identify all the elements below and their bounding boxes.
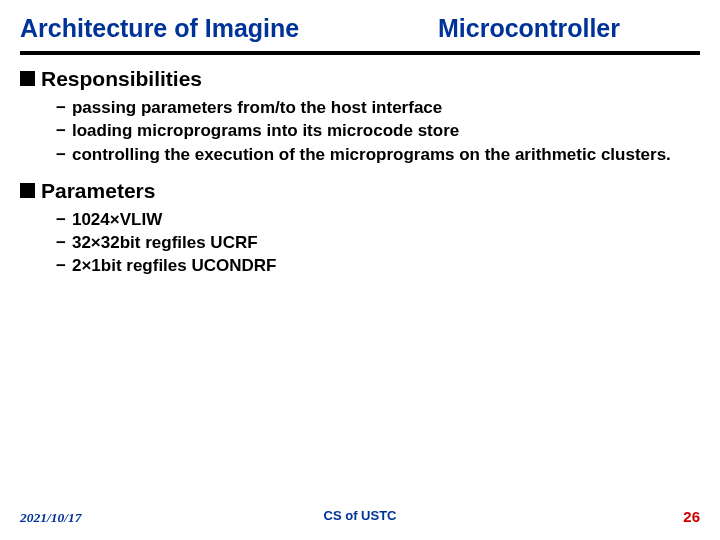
list-item: − 2×1bit regfiles UCONDRF: [56, 255, 700, 276]
list-item: − controlling the execution of the micro…: [56, 144, 700, 165]
slide-title: Architecture of Imagine Microcontroller: [20, 14, 700, 43]
list-item-text: controlling the execution of the micropr…: [72, 144, 671, 165]
section-heading-text: Parameters: [41, 179, 155, 203]
dash-icon: −: [56, 255, 66, 276]
section-parameters: Parameters − 1024×VLIW − 32×32bit regfil…: [20, 179, 700, 277]
dash-icon: −: [56, 120, 66, 141]
footer-center: CS of USTC: [324, 508, 397, 523]
list-item-text: loading microprograms into its microcode…: [72, 120, 459, 141]
footer-page: 26: [683, 508, 700, 525]
title-rule: [20, 51, 700, 55]
slide: Architecture of Imagine Microcontroller …: [0, 0, 720, 540]
section-heading-text: Responsibilities: [41, 67, 202, 91]
section-responsibilities: Responsibilities − passing parameters fr…: [20, 67, 700, 165]
bullet-square-icon: [20, 183, 35, 198]
list-item: − passing parameters from/to the host in…: [56, 97, 700, 118]
dash-icon: −: [56, 232, 66, 253]
bullet-square-icon: [20, 71, 35, 86]
dash-icon: −: [56, 97, 66, 118]
list-item-text: 1024×VLIW: [72, 209, 162, 230]
dash-icon: −: [56, 209, 66, 230]
list-item: − loading microprograms into its microco…: [56, 120, 700, 141]
title-left: Architecture of Imagine: [20, 14, 299, 43]
title-right: Microcontroller: [438, 14, 620, 43]
footer: 2021/10/17 CS of USTC 26: [20, 508, 700, 526]
list-item: − 1024×VLIW: [56, 209, 700, 230]
item-list: − passing parameters from/to the host in…: [20, 97, 700, 165]
item-list: − 1024×VLIW − 32×32bit regfiles UCRF − 2…: [20, 209, 700, 277]
list-item: − 32×32bit regfiles UCRF: [56, 232, 700, 253]
list-item-text: 32×32bit regfiles UCRF: [72, 232, 258, 253]
section-heading: Responsibilities: [20, 67, 700, 91]
list-item-text: 2×1bit regfiles UCONDRF: [72, 255, 277, 276]
list-item-text: passing parameters from/to the host inte…: [72, 97, 442, 118]
footer-date: 2021/10/17: [20, 510, 82, 526]
section-heading: Parameters: [20, 179, 700, 203]
dash-icon: −: [56, 144, 66, 165]
